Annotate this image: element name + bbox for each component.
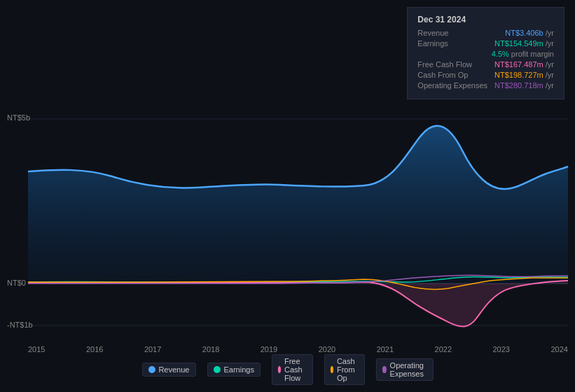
x-label-2017: 2017 <box>144 345 161 354</box>
legend-dot-cfo <box>331 366 333 373</box>
tooltip-label-cfo: Cash From Op <box>417 71 468 79</box>
x-label-2016: 2016 <box>86 345 103 354</box>
tooltip-label-fcf: Free Cash Flow <box>417 60 472 69</box>
tooltip-row-margin: 4.5% profit margin <box>417 50 554 58</box>
legend-dot-earnings <box>213 366 220 373</box>
x-label-2023: 2023 <box>493 345 510 354</box>
legend-item-revenue[interactable]: Revenue <box>141 363 195 377</box>
legend-item-opex[interactable]: Operating Expenses <box>376 358 433 381</box>
tooltip-label-revenue: Revenue <box>417 29 448 37</box>
legend-label-revenue: Revenue <box>158 365 189 374</box>
tooltip-row-fcf: Free Cash Flow NT$167.487m /yr <box>417 60 554 69</box>
tooltip-value-revenue: NT$3.406b /yr <box>505 29 554 37</box>
x-label-2024: 2024 <box>550 345 567 354</box>
chart-legend: Revenue Earnings Free Cash Flow Cash Fro… <box>141 354 433 385</box>
tooltip-row-earnings: Earnings NT$154.549m /yr <box>417 39 554 48</box>
tooltip-value-opex: NT$280.718m /yr <box>494 81 554 90</box>
x-label-2019: 2019 <box>261 345 277 354</box>
tooltip-row-opex: Operating Expenses NT$280.718m /yr <box>417 81 554 90</box>
tooltip-value-earnings: NT$154.549m /yr <box>494 39 554 48</box>
legend-dot-revenue <box>148 366 155 373</box>
y-label-0: NT$0 <box>7 279 26 287</box>
y-label-neg1b: -NT$1b <box>7 321 33 329</box>
legend-label-cfo: Cash From Op <box>337 357 359 382</box>
legend-item-earnings[interactable]: Earnings <box>207 363 260 377</box>
tooltip-label-earnings: Earnings <box>417 39 448 48</box>
tooltip-label-opex: Operating Expenses <box>417 81 487 90</box>
y-label-5b: NT$5b <box>7 113 30 122</box>
tooltip-row-cfo: Cash From Op NT$198.727m /yr <box>417 71 554 79</box>
legend-label-fcf: Free Cash Flow <box>284 357 307 382</box>
tooltip-value-cfo: NT$198.727m /yr <box>494 71 554 79</box>
legend-item-fcf[interactable]: Free Cash Flow <box>272 354 313 385</box>
x-label-2015: 2015 <box>28 345 45 354</box>
tooltip-date: Dec 31 2024 <box>417 15 554 24</box>
data-tooltip: Dec 31 2024 Revenue NT$3.406b /yr Earnin… <box>407 7 564 99</box>
legend-item-cfo[interactable]: Cash From Op <box>324 354 366 385</box>
x-label-2022: 2022 <box>435 345 452 354</box>
legend-dot-opex <box>382 366 386 373</box>
chart-container: NT$5b NT$0 -NT$1b 2015 2016 2017 2018 20… <box>0 0 575 392</box>
legend-dot-fcf <box>278 366 281 373</box>
x-axis-labels: 2015 2016 2017 2018 2019 2020 2021 2022 … <box>28 345 568 354</box>
tooltip-row-revenue: Revenue NT$3.406b /yr <box>417 29 554 37</box>
legend-label-opex: Operating Expenses <box>390 361 427 378</box>
tooltip-value-margin: 4.5% profit margin <box>492 50 554 58</box>
x-label-2018: 2018 <box>202 345 219 354</box>
x-label-2021: 2021 <box>377 345 394 354</box>
x-label-2020: 2020 <box>319 345 335 354</box>
legend-label-earnings: Earnings <box>223 365 254 374</box>
tooltip-value-fcf: NT$167.487m /yr <box>494 60 554 69</box>
